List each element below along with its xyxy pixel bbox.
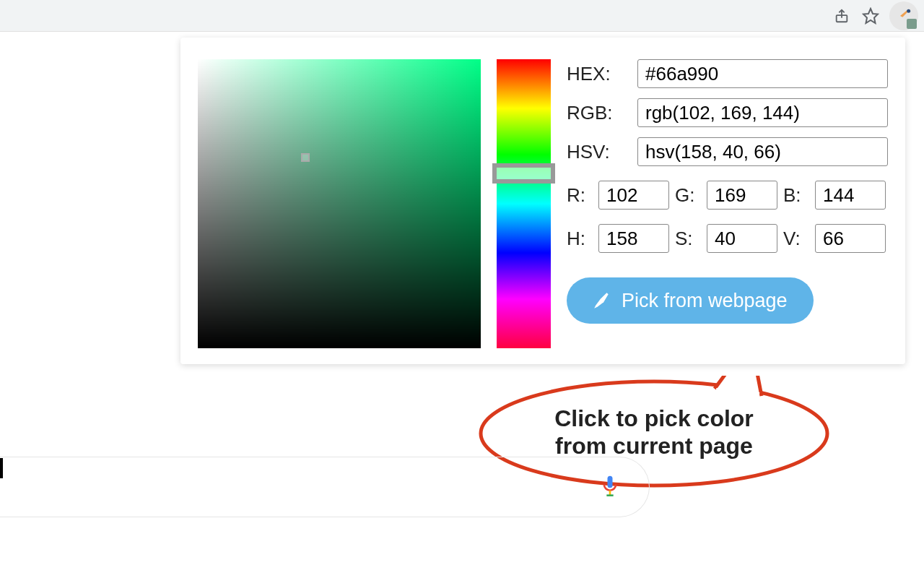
h-input[interactable] [598, 224, 669, 253]
svg-rect-4 [608, 476, 613, 488]
v-input[interactable] [815, 224, 886, 253]
s-label: S: [675, 228, 701, 250]
share-icon[interactable] [832, 6, 852, 26]
b-label: B: [783, 184, 809, 207]
callout-line1: Click to pick color [554, 405, 754, 431]
v-label: V: [783, 228, 809, 250]
s-input[interactable] [707, 224, 777, 253]
hue-slider[interactable] [492, 163, 555, 184]
rgb-input[interactable] [637, 98, 888, 127]
sv-pointer[interactable] [301, 153, 310, 162]
r-label: R: [567, 184, 593, 207]
hsv-label: HSV: [567, 141, 633, 163]
hex-label: HEX: [567, 63, 633, 85]
search-bar[interactable] [0, 457, 650, 517]
text-cursor [0, 458, 3, 478]
pick-from-webpage-button[interactable]: Pick from webpage [567, 277, 814, 324]
b-input[interactable] [815, 181, 886, 210]
h-label: H: [567, 228, 593, 250]
callout-line2: from current page [555, 433, 753, 459]
g-input[interactable] [707, 181, 777, 210]
controls-panel: HEX: RGB: HSV: R: G: B: H: S: V: [567, 59, 888, 342]
svg-point-2 [907, 9, 910, 12]
browser-toolbar [0, 0, 924, 32]
eyedropper-icon [593, 291, 611, 310]
g-label: G: [675, 184, 701, 207]
color-picker-popup: HEX: RGB: HSV: R: G: B: H: S: V: [180, 38, 905, 364]
microphone-icon[interactable] [600, 474, 620, 500]
extension-icon[interactable] [889, 1, 918, 30]
hsv-input[interactable] [637, 137, 888, 166]
color-swatch-icon [907, 19, 917, 29]
rgb-label: RGB: [567, 102, 633, 124]
r-input[interactable] [598, 181, 669, 210]
saturation-value-area[interactable] [198, 59, 481, 348]
hue-strip[interactable] [497, 59, 551, 348]
hex-input[interactable] [637, 59, 888, 88]
pick-button-label: Pick from webpage [622, 290, 788, 312]
svg-marker-1 [863, 9, 878, 23]
star-icon[interactable] [860, 6, 881, 26]
